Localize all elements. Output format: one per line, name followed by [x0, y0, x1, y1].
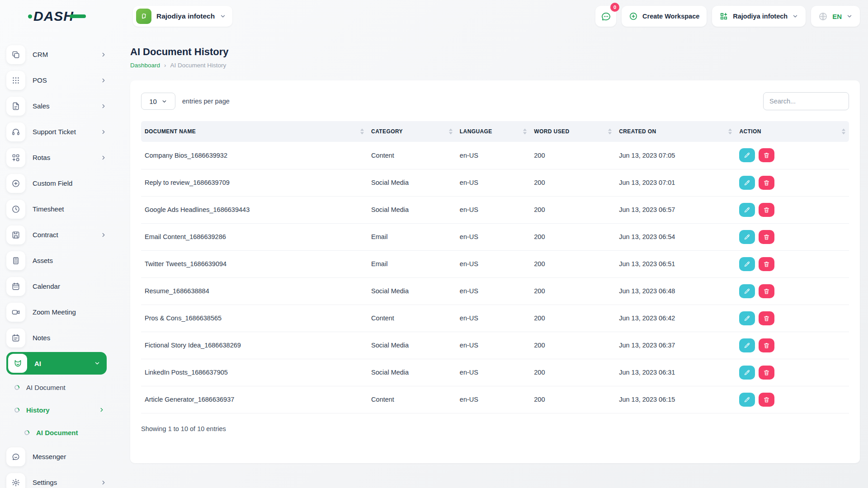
trash-icon [763, 179, 770, 186]
cell-created-on: Jun 13, 2023 07:05 [615, 142, 736, 169]
cell-category: Content [368, 386, 456, 413]
sidebar-item-rotas[interactable]: Rotas [6, 145, 107, 170]
search-input[interactable] [763, 92, 849, 110]
pencil-icon [744, 234, 750, 240]
ai-icon-box [8, 354, 27, 373]
sidebar-item-label: Settings [33, 479, 93, 486]
cell-document-name: Email Content_1686639286 [141, 223, 368, 250]
sidebar-item-calendar[interactable]: Calendar [6, 273, 107, 299]
document-icon [11, 102, 20, 111]
delete-button[interactable] [759, 366, 774, 380]
edit-button[interactable] [739, 176, 755, 190]
cell-document-name: Article Generator_1686636937 [141, 386, 368, 413]
sidebar-item-notes[interactable]: Notes [6, 325, 107, 351]
workspace-switcher[interactable]: Rajodiya infotech [133, 6, 232, 27]
column-header-word-used[interactable]: WORD USED [530, 121, 615, 142]
column-header-document-name[interactable]: DOCUMENT NAME [141, 121, 368, 142]
pos-icon-box [6, 71, 25, 90]
sidebar-item-custom-field[interactable]: Custom Field [6, 170, 107, 196]
sidebar-item-label: Support Ticket [33, 128, 93, 136]
cell-document-name: Google Ads Headlines_1686639443 [141, 196, 368, 223]
breadcrumb-dashboard-link[interactable]: Dashboard [130, 62, 160, 69]
cell-document-name: Company Bios_1686639932 [141, 142, 368, 169]
delete-button[interactable] [759, 230, 774, 244]
sort-icon [360, 129, 364, 135]
sidebar-item-timesheet[interactable]: Timesheet [6, 196, 107, 222]
delete-button[interactable] [759, 203, 774, 217]
edit-button[interactable] [739, 284, 755, 298]
cell-actions [736, 196, 849, 223]
pencil-icon [744, 152, 750, 159]
sidebar-item-zoom-meeting[interactable]: Zoom Meeting [6, 299, 107, 325]
cell-actions [736, 277, 849, 305]
edit-button[interactable] [739, 338, 755, 352]
sidebar-item-label: Calendar [33, 282, 107, 290]
create-workspace-button[interactable]: Create Workspace [622, 6, 707, 27]
sidebar-item-label: Zoom Meeting [33, 308, 107, 316]
cell-category: Content [368, 305, 456, 332]
cell-created-on: Jun 13, 2023 06:15 [615, 386, 736, 413]
table-footer-summary: Showing 1 to 10 of 10 entries [141, 425, 849, 432]
entries-per-page-select[interactable]: 10 [141, 93, 175, 110]
edit-button[interactable] [739, 311, 755, 325]
sidebar-item-crm[interactable]: CRM [6, 42, 107, 67]
cell-document-name: Twitter Tweets_1686639094 [141, 250, 368, 277]
cell-actions [736, 359, 849, 386]
chevron-right-icon [100, 129, 107, 135]
sidebar-item-messenger[interactable]: Messenger [6, 444, 107, 469]
cell-language: en-US [456, 169, 530, 196]
cell-document-name: Resume_1686638884 [141, 277, 368, 305]
contract-icon-box [6, 225, 25, 244]
column-header-category[interactable]: CATEGORY [368, 121, 456, 142]
sidebar-item-assets[interactable]: Assets [6, 248, 107, 273]
sidebar-item-support-ticket[interactable]: Support Ticket [6, 119, 107, 145]
language-selector[interactable]: EN [811, 6, 860, 27]
logo-dot [28, 14, 32, 19]
cell-word-used: 200 [530, 196, 615, 223]
edit-button[interactable] [739, 366, 755, 380]
delete-button[interactable] [759, 311, 774, 325]
sidebar-item-settings[interactable]: Settings [6, 469, 107, 488]
delete-button[interactable] [759, 257, 774, 271]
delete-button[interactable] [759, 148, 774, 162]
cell-language: en-US [456, 250, 530, 277]
column-header-action[interactable]: ACTION [736, 121, 849, 142]
column-label: ACTION [739, 128, 761, 135]
cell-document-name: Reply to review_1686639709 [141, 169, 368, 196]
logo[interactable]: DASH [0, 9, 114, 24]
video-camera-icon [11, 308, 20, 317]
cell-actions [736, 223, 849, 250]
pencil-icon [744, 206, 750, 213]
bullet-ring-icon [14, 384, 20, 390]
sidebar-subitem-history[interactable]: History [6, 399, 107, 421]
trash-icon [763, 342, 770, 349]
sidebar-item-pos[interactable]: POS [6, 67, 107, 93]
chevron-right-icon [100, 479, 107, 486]
globe-icon [818, 12, 828, 21]
sidebar-subitem-history-ai-document[interactable]: AI Document [6, 421, 107, 444]
delete-button[interactable] [759, 176, 774, 190]
delete-button[interactable] [759, 338, 774, 352]
edit-button[interactable] [739, 203, 755, 217]
messages-button[interactable]: 0 [595, 6, 616, 27]
account-menu[interactable]: Rajodiya infotech [712, 6, 806, 27]
edit-button[interactable] [739, 257, 755, 271]
column-header-language[interactable]: LANGUAGE [456, 121, 530, 142]
edit-button[interactable] [739, 148, 755, 162]
edit-button[interactable] [739, 393, 755, 407]
column-header-created-on[interactable]: CREATED ON [615, 121, 736, 142]
sidebar-item-contract[interactable]: Contract [6, 222, 107, 248]
sidebar-item-ai[interactable]: AI [6, 352, 107, 375]
cell-language: en-US [456, 305, 530, 332]
sidebar-item-sales[interactable]: Sales [6, 93, 107, 119]
trash-icon [763, 234, 770, 240]
sidebar-subitem-ai-document[interactable]: AI Document [6, 376, 107, 399]
sidebar-subitem-label: AI Document [36, 429, 107, 436]
edit-button[interactable] [739, 230, 755, 244]
cell-word-used: 200 [530, 223, 615, 250]
sidebar-item-label: Sales [33, 102, 93, 110]
delete-button[interactable] [759, 393, 774, 407]
sidebar-subitem-label: History [26, 406, 92, 414]
delete-button[interactable] [759, 284, 774, 298]
cell-category: Social Media [368, 332, 456, 359]
